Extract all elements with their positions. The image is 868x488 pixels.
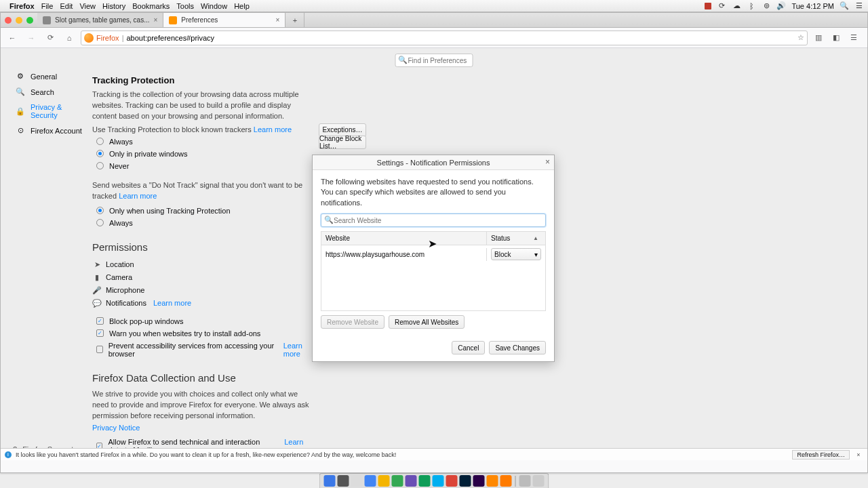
cancel-button[interactable]: Cancel — [452, 341, 485, 354]
radio-dnt-always[interactable]: Always — [92, 217, 316, 229]
bluetooth-icon[interactable]: ᛒ — [747, 1, 756, 11]
cloud-icon[interactable]: ☁ — [732, 1, 741, 11]
radio-label: Always — [109, 219, 133, 227]
reload-button[interactable]: ⟳ — [43, 30, 58, 45]
menu-help[interactable]: Help — [234, 2, 250, 10]
privacy-notice-link[interactable]: Privacy Notice — [92, 424, 316, 432]
dock-finder-icon[interactable] — [324, 475, 336, 487]
dock-app-icon[interactable] — [392, 475, 403, 487]
save-changes-button[interactable]: Save Changes — [489, 341, 546, 354]
dock-premiere-icon[interactable] — [473, 475, 485, 487]
window-minimize-icon[interactable] — [16, 17, 22, 24]
learn-more-link[interactable]: Learn more — [153, 299, 191, 307]
dock-app-icon[interactable] — [446, 475, 458, 487]
dock-app-icon[interactable] — [419, 475, 431, 487]
datause-description: We strive to provide you with choices an… — [92, 389, 316, 422]
recording-indicator-icon — [705, 3, 711, 9]
dock-downloads-icon[interactable] — [519, 475, 531, 487]
search-website-input[interactable] — [321, 214, 546, 227]
sidebar-item-general[interactable]: ⚙General — [13, 68, 87, 84]
spotlight-icon[interactable]: 🔍 — [840, 1, 849, 11]
remove-website-button[interactable]: Remove Website — [321, 315, 384, 329]
sidebar-item-search[interactable]: 🔍Search — [13, 84, 87, 100]
sidebar-button[interactable]: ◧ — [829, 31, 843, 45]
menu-window[interactable]: Window — [201, 2, 227, 10]
notification-permissions-dialog: Settings - Notification Permissions × Th… — [312, 155, 555, 362]
status-select[interactable]: Block▾ — [491, 248, 541, 260]
radio-never[interactable]: Never — [92, 160, 316, 172]
dock-app-icon[interactable] — [338, 475, 349, 487]
menu-history[interactable]: History — [102, 2, 125, 10]
dock-vlc-icon[interactable] — [487, 475, 498, 487]
location-icon: ➤ — [92, 260, 102, 269]
menu-edit[interactable]: Edit — [60, 2, 73, 10]
perm-label: Microphone — [106, 286, 144, 294]
dock-skype-icon[interactable] — [433, 475, 444, 487]
address-bar[interactable]: Firefox | ☆ — [81, 30, 808, 45]
change-blocklist-button[interactable]: Change Block List… — [319, 136, 366, 149]
checkbox-a11y[interactable]: Prevent accessibility services from acce… — [92, 340, 316, 360]
learn-more-link[interactable]: Learn more — [119, 192, 157, 200]
sync-icon[interactable]: ⟳ — [717, 1, 726, 11]
dock-firefox-icon[interactable] — [500, 475, 512, 487]
library-button[interactable]: ▥ — [812, 31, 825, 45]
column-header-status[interactable]: Status▲ — [487, 232, 545, 245]
section-heading-datause: Firefox Data Collection and Use — [92, 372, 316, 384]
dialog-description: The following websites have requested to… — [321, 177, 546, 208]
volume-icon[interactable]: 🔊 — [776, 1, 786, 11]
app-menu[interactable]: Firefox — [9, 2, 35, 10]
welcome-back-infobar: i It looks like you haven't started Fire… — [1, 448, 867, 460]
tab-preferences[interactable]: Preferences × — [163, 13, 285, 27]
sidebar-item-label: Privacy & Security — [31, 103, 85, 119]
column-header-website[interactable]: Website — [321, 232, 487, 245]
remove-all-websites-button[interactable]: Remove All Websites — [389, 315, 465, 329]
bookmark-star-icon[interactable]: ☆ — [797, 33, 804, 42]
navigation-toolbar: ← → ⟳ ⌂ Firefox | ☆ ▥ ◧ ☰ — [1, 28, 867, 48]
sidebar-item-account[interactable]: ⊙Firefox Account — [13, 123, 87, 138]
dock-app-icon[interactable] — [406, 475, 417, 487]
learn-more-link[interactable]: Learn more — [283, 342, 316, 358]
radio-always[interactable]: Always Change Block List… — [92, 136, 316, 148]
status-value: Block — [494, 251, 511, 258]
checkbox-popup[interactable]: Block pop-up windowsExceptions… — [92, 315, 316, 327]
perm-label: Location — [106, 260, 134, 268]
radio-dnt-only[interactable]: Only when using Tracking Protection — [92, 205, 316, 217]
wifi-icon[interactable]: ⊚ — [762, 1, 771, 11]
camera-icon: ▮ — [92, 273, 102, 282]
table-row[interactable]: https://www.playsugarhouse.com Block▾ — [321, 245, 545, 263]
tab-playsugarhouse[interactable]: Slot games, table games, cas... × — [37, 13, 163, 27]
window-close-icon[interactable] — [5, 17, 12, 24]
window-zoom-icon[interactable] — [26, 17, 33, 24]
close-dialog-icon[interactable]: × — [545, 157, 550, 167]
radio-label: Always — [109, 138, 133, 146]
hamburger-menu-button[interactable]: ☰ — [847, 31, 861, 45]
learn-more-link[interactable]: Learn more — [254, 125, 292, 134]
home-button[interactable]: ⌂ — [62, 30, 77, 45]
dock-chrome-icon[interactable] — [378, 475, 390, 487]
new-tab-button[interactable]: + — [285, 13, 304, 27]
notification-center-icon[interactable]: ☰ — [854, 1, 864, 11]
dock-safari-icon[interactable] — [365, 475, 376, 487]
sidebar-item-privacy[interactable]: 🔒Privacy & Security — [13, 100, 87, 123]
close-infobar-icon[interactable]: × — [854, 451, 863, 458]
radio-private[interactable]: Only in private windows — [92, 148, 316, 160]
close-tab-icon[interactable]: × — [276, 16, 280, 24]
menubar-clock[interactable]: Tue 4:12 PM — [791, 2, 834, 10]
url-input[interactable] — [126, 34, 795, 42]
forward-button[interactable]: → — [24, 30, 39, 45]
menu-view[interactable]: View — [79, 2, 96, 10]
refresh-firefox-button[interactable]: Refresh Firefox… — [792, 450, 850, 460]
dock-app-icon[interactable] — [351, 475, 363, 487]
favicon-icon — [43, 16, 51, 24]
dock-trash-icon[interactable] — [533, 475, 545, 487]
search-icon: 🔍 — [16, 87, 25, 96]
menu-bookmarks[interactable]: Bookmarks — [132, 2, 170, 10]
dock-photoshop-icon[interactable] — [460, 475, 471, 487]
back-button[interactable]: ← — [5, 30, 20, 45]
sidebar-item-label: Search — [31, 88, 54, 96]
menu-file[interactable]: File — [41, 2, 54, 10]
checkbox-addons[interactable]: Warn you when websites try to install ad… — [92, 327, 316, 340]
account-icon: ⊙ — [16, 126, 25, 135]
close-tab-icon[interactable]: × — [154, 16, 158, 24]
menu-tools[interactable]: Tools — [176, 2, 194, 10]
